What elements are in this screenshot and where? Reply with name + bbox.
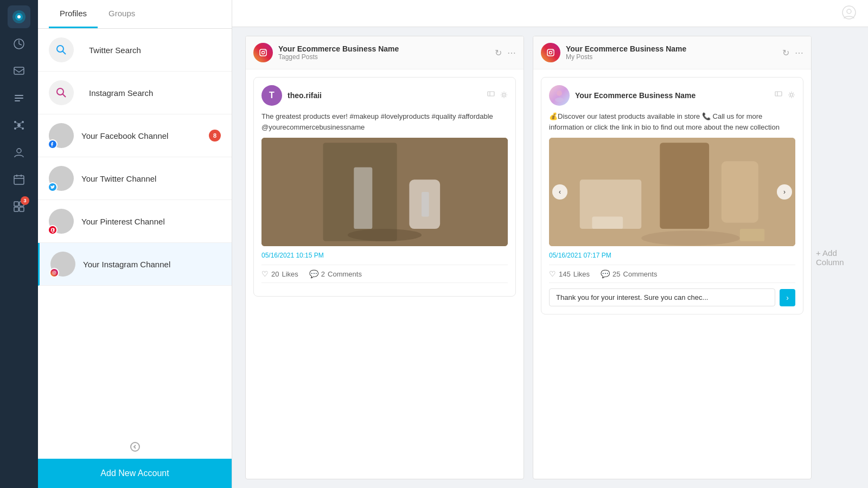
profiles-tab[interactable]: Profiles: [49, 0, 98, 28]
twitter-search-icon: [49, 37, 74, 62]
svg-point-28: [57, 88, 63, 95]
messages-nav-icon[interactable]: [8, 60, 30, 82]
svg-point-50: [552, 50, 553, 52]
post2-likes-label: Likes: [573, 270, 590, 278]
post-card-actions: [487, 91, 508, 100]
column2-more-button[interactable]: ⋯: [795, 48, 803, 58]
carousel-prev-button[interactable]: ‹: [552, 184, 567, 200]
sidebar-item-twitter-channel[interactable]: Your Twitter Channel: [38, 157, 232, 200]
groups-tab[interactable]: Groups: [98, 0, 146, 28]
post2-likes-count: 145: [559, 270, 571, 278]
sidebar-collapse-button[interactable]: [38, 435, 232, 459]
post2-author-avatar: [549, 85, 570, 106]
network-nav-icon[interactable]: [8, 114, 30, 137]
post2-flag-button[interactable]: [775, 91, 782, 100]
heart-icon: ♡: [261, 269, 269, 278]
svg-point-41: [503, 93, 506, 96]
post-text: The greatest products ever! #makeup #lov…: [261, 111, 508, 132]
svg-line-16: [19, 127, 22, 128]
svg-rect-62: [740, 229, 764, 241]
tagged-posts-column-header: Your Ecommerce Business Name Tagged Post…: [246, 36, 524, 69]
posts-area: Your Ecommerce Business Name Tagged Post…: [232, 27, 868, 488]
svg-point-45: [348, 229, 422, 241]
post2-text: 💰Discover our latest products available …: [549, 111, 795, 132]
carousel-next-button[interactable]: ›: [777, 184, 792, 200]
svg-rect-44: [354, 168, 372, 229]
pinterest-channel-badge-icon: [48, 225, 58, 235]
column1-more-button[interactable]: ⋯: [507, 48, 516, 58]
svg-line-27: [63, 52, 66, 55]
post-author-name: theo.rifaii: [288, 91, 487, 100]
twitter-search-label: Twitter Search: [89, 46, 141, 55]
sidebar: Profiles Groups Twitter Search: [38, 0, 232, 488]
main-header-actions: [841, 4, 857, 23]
tools-nav-icon[interactable]: 3: [8, 195, 30, 218]
svg-point-51: [557, 91, 562, 96]
instagram-search-avatar-wrap: [49, 80, 81, 105]
column2-refresh-button[interactable]: ↻: [782, 48, 789, 58]
post-flag-button[interactable]: [487, 91, 495, 100]
column2-profile-name: Your Ecommerce Business Name: [566, 44, 782, 53]
svg-rect-5: [15, 95, 23, 96]
svg-rect-57: [660, 143, 709, 229]
sidebar-item-pinterest-channel[interactable]: Your Pinterest Channel: [38, 200, 232, 243]
svg-point-32: [55, 272, 55, 272]
svg-rect-58: [722, 161, 758, 223]
svg-point-17: [17, 149, 21, 153]
column2-sub-label: My Posts: [566, 53, 782, 61]
calendar-nav-icon[interactable]: [8, 168, 30, 191]
svg-point-10: [22, 121, 24, 123]
svg-point-49: [550, 52, 552, 54]
svg-line-15: [16, 127, 19, 128]
svg-point-37: [262, 52, 265, 54]
svg-line-14: [19, 123, 22, 124]
add-account-button[interactable]: Add New Account: [38, 459, 232, 488]
post2-author-info: Your Ecommerce Business Name: [575, 91, 775, 100]
column1-profile-name: Your Ecommerce Business Name: [278, 44, 495, 53]
post2-author-name: Your Ecommerce Business Name: [575, 91, 775, 100]
post2-comments-stat: 💬 25 Comments: [601, 269, 657, 278]
add-column-button[interactable]: + Add Column: [816, 36, 859, 479]
post2-image-content: [549, 138, 795, 246]
svg-point-9: [14, 121, 16, 123]
send-reply-button[interactable]: ›: [780, 289, 795, 306]
column1-refresh-button[interactable]: ↻: [495, 48, 502, 58]
svg-point-2: [17, 15, 21, 18]
likes-label: Likes: [282, 270, 298, 278]
column2-platform-icon: [541, 43, 560, 62]
post2-comments-label: Comments: [623, 270, 658, 278]
facebook-notification-badge: 8: [209, 130, 221, 142]
comment2-icon: 💬: [601, 269, 610, 278]
facebook-badge-icon: [48, 139, 58, 149]
reply-input[interactable]: [549, 288, 775, 306]
post2-avatar-inner: [549, 85, 570, 106]
tools-badge: 3: [21, 196, 29, 205]
instagram-channel-label: Your Instagram Channel: [83, 260, 170, 269]
contacts-nav-icon[interactable]: [8, 141, 30, 164]
post2-settings-button[interactable]: [788, 91, 795, 100]
pinterest-channel-avatar-wrap: [49, 209, 74, 234]
svg-point-52: [555, 98, 564, 102]
svg-rect-22: [14, 202, 18, 206]
dashboard-nav-icon[interactable]: [8, 33, 30, 55]
post-author-avatar: T: [261, 85, 282, 106]
svg-point-8: [17, 124, 21, 127]
logo-icon[interactable]: [8, 5, 30, 28]
tagged-posts-column: Your Ecommerce Business Name Tagged Post…: [245, 36, 524, 479]
sidebar-item-twitter-search[interactable]: Twitter Search: [38, 29, 232, 72]
column2-avatar-wrap: [541, 43, 560, 62]
publish-nav-icon[interactable]: [8, 87, 30, 110]
post2-image: ‹ ›: [549, 138, 795, 246]
sidebar-items-list: Twitter Search Instagram Search: [38, 29, 232, 435]
sidebar-item-facebook-channel[interactable]: Your Facebook Channel 8: [38, 114, 232, 157]
post-reply-area: ›: [549, 288, 795, 306]
sidebar-item-instagram-search[interactable]: Instagram Search: [38, 72, 232, 114]
post-header: T theo.rifaii: [261, 85, 508, 106]
add-column-label: + Add Column: [816, 248, 859, 267]
svg-rect-30: [53, 271, 56, 274]
svg-rect-24: [14, 207, 18, 211]
svg-rect-25: [20, 207, 24, 211]
post-settings-button[interactable]: [500, 91, 508, 100]
sidebar-item-instagram-channel[interactable]: Your Instagram Channel: [38, 243, 232, 286]
post-stats: ♡ 20 Likes 💬 2 Comments: [261, 265, 508, 283]
